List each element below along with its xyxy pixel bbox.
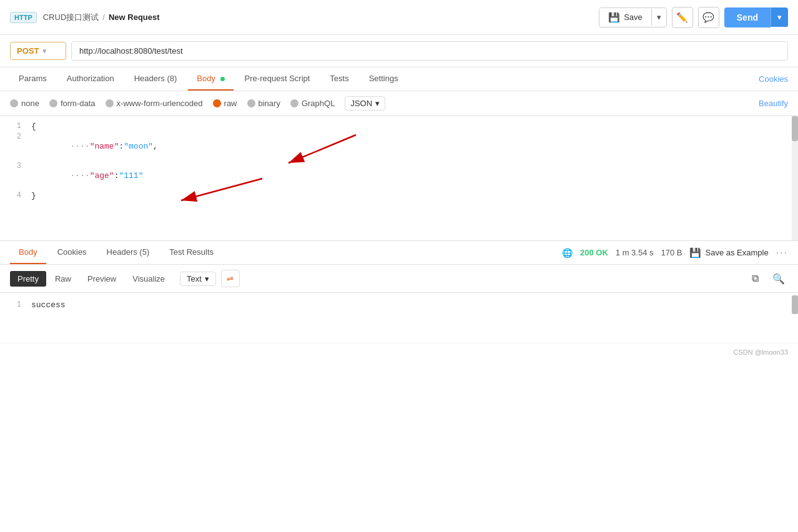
text-format-label: Text	[187, 274, 202, 283]
tab-body-label: Body	[197, 74, 215, 83]
radio-none[interactable]: none	[10, 99, 39, 108]
radio-binary-label: binary	[259, 99, 280, 108]
line-content-2: ····"name":"moon",	[31, 132, 798, 160]
more-options-button[interactable]: ···	[776, 247, 788, 259]
footer-text: CSDN @lmoon33	[733, 348, 788, 356]
top-bar: HTTP CRUD接口测试 / New Request 💾 Save ▾ ✏️ …	[0, 0, 798, 35]
url-input[interactable]	[71, 41, 788, 61]
tab-settings-label: Settings	[369, 74, 398, 83]
tab-headers-label: Headers (8)	[134, 74, 177, 83]
scrollbar-track[interactable]	[792, 116, 798, 240]
tab-settings[interactable]: Settings	[360, 67, 407, 91]
radio-raw-label: raw	[224, 99, 237, 108]
save-label: Save	[624, 12, 643, 22]
save-button[interactable]: 💾 Save	[599, 8, 651, 27]
copy-button[interactable]: ⧉	[746, 270, 764, 287]
code-line-3: 3 ····"age":"111"	[0, 161, 798, 190]
send-dropdown-button[interactable]: ▾	[771, 7, 788, 27]
radio-none-dot	[10, 99, 18, 107]
radio-raw-dot	[213, 99, 221, 107]
json-format-chevron: ▾	[375, 99, 380, 108]
radio-graphql-dot	[290, 99, 298, 107]
response-time: 1 m 3.54 s	[616, 248, 654, 257]
radio-form-data-dot	[49, 99, 57, 107]
line-number-1: 1	[0, 122, 31, 131]
line-content-3: ····"age":"111"	[31, 162, 798, 190]
search-button[interactable]: 🔍	[769, 270, 788, 287]
save-button-group: 💾 Save ▾	[599, 7, 667, 27]
resp-tab-cookies-label: Cookies	[57, 247, 87, 257]
line-number-3: 3	[0, 162, 31, 170]
save-dropdown-button[interactable]: ▾	[651, 9, 666, 26]
radio-urlencoded-dot	[106, 99, 114, 107]
fmt-tab-visualize[interactable]: Visualize	[125, 271, 172, 287]
radio-graphql[interactable]: GraphQL	[290, 99, 335, 108]
wrap-icon: ⇌	[227, 274, 234, 283]
tab-authorization[interactable]: Authorization	[58, 67, 123, 91]
json-format-select[interactable]: JSON ▾	[345, 96, 385, 111]
cookies-button[interactable]: Cookies	[759, 74, 788, 84]
resp-tab-test-results[interactable]: Test Results	[160, 241, 222, 264]
comment-icon: 💬	[702, 12, 714, 23]
text-format-chevron: ▾	[205, 274, 209, 283]
tab-tests-label: Tests	[330, 74, 348, 83]
format-tab-group: Pretty Raw Preview Visualize	[10, 271, 172, 287]
comment-button[interactable]: 💬	[698, 7, 719, 28]
radio-binary-dot	[247, 99, 255, 107]
breadcrumb: CRUD接口测试 / New Request	[43, 12, 160, 23]
resp-tab-cookies[interactable]: Cookies	[49, 241, 96, 264]
fmt-tab-preview-label: Preview	[87, 274, 116, 283]
save-icon: 💾	[608, 12, 620, 23]
url-bar: POST ▾	[0, 35, 798, 67]
resp-line-content-1: success	[31, 300, 66, 310]
code-editor-container: 1 { 2 ····"name":"moon", 3 ····"age":"11…	[0, 116, 798, 241]
fmt-tab-raw-label: Raw	[55, 274, 71, 283]
body-active-dot	[220, 77, 225, 81]
method-dropdown-icon: ▾	[42, 46, 47, 56]
fmt-tab-preview[interactable]: Preview	[80, 271, 124, 287]
resp-tab-headers[interactable]: Headers (5)	[98, 241, 159, 264]
tab-pre-request[interactable]: Pre-request Script	[236, 67, 319, 91]
wrap-button[interactable]: ⇌	[221, 270, 240, 287]
fmt-tab-raw[interactable]: Raw	[47, 271, 79, 287]
radio-graphql-label: GraphQL	[302, 99, 335, 108]
breadcrumb-current: New Request	[109, 12, 160, 22]
tab-authorization-label: Authorization	[67, 74, 114, 83]
tab-tests[interactable]: Tests	[321, 67, 357, 91]
copy-icon: ⧉	[752, 273, 759, 284]
send-button-group: Send ▾	[724, 7, 788, 27]
tab-params[interactable]: Params	[10, 67, 56, 91]
tab-body[interactable]: Body	[188, 67, 233, 91]
code-editor[interactable]: 1 { 2 ····"name":"moon", 3 ····"age":"11…	[0, 116, 798, 241]
method-label: POST	[17, 46, 39, 56]
resp-scrollbar-thumb[interactable]	[792, 295, 798, 314]
save-example-label: Save as Example	[705, 248, 768, 257]
radio-urlencoded[interactable]: x-www-form-urlencoded	[106, 99, 203, 108]
scrollbar-thumb[interactable]	[792, 116, 798, 141]
radio-binary[interactable]: binary	[247, 99, 280, 108]
radio-form-data[interactable]: form-data	[49, 99, 96, 108]
save-example-button[interactable]: 💾 Save as Example	[689, 247, 768, 259]
radio-form-data-label: form-data	[61, 99, 96, 108]
method-select[interactable]: POST ▾	[10, 42, 66, 60]
send-button[interactable]: Send	[724, 7, 771, 27]
text-format-select[interactable]: Text ▾	[180, 272, 216, 286]
json-format-label: JSON	[350, 99, 372, 108]
radio-urlencoded-label: x-www-form-urlencoded	[117, 99, 203, 108]
code-line-2: 2 ····"name":"moon",	[0, 132, 798, 161]
body-type-group: none form-data x-www-form-urlencoded raw…	[10, 96, 756, 111]
fmt-tab-pretty[interactable]: Pretty	[10, 271, 46, 287]
http-badge: HTTP	[10, 12, 37, 23]
top-bar-left: HTTP CRUD接口测试 / New Request	[10, 12, 160, 23]
top-bar-right: 💾 Save ▾ ✏️ 💬 Send ▾	[599, 7, 788, 28]
resp-tab-body[interactable]: Body	[10, 241, 46, 264]
request-tab-bar: Params Authorization Headers (8) Body Pr…	[0, 67, 798, 91]
tab-headers[interactable]: Headers (8)	[126, 67, 186, 91]
line-content-1: {	[31, 122, 798, 131]
radio-raw[interactable]: raw	[213, 99, 237, 108]
beautify-button[interactable]: Beautify	[759, 99, 788, 108]
code-line-4: 4 }	[0, 190, 798, 201]
code-line-1: 1 {	[0, 121, 798, 132]
save-example-icon: 💾	[689, 247, 701, 259]
edit-button[interactable]: ✏️	[672, 7, 693, 28]
